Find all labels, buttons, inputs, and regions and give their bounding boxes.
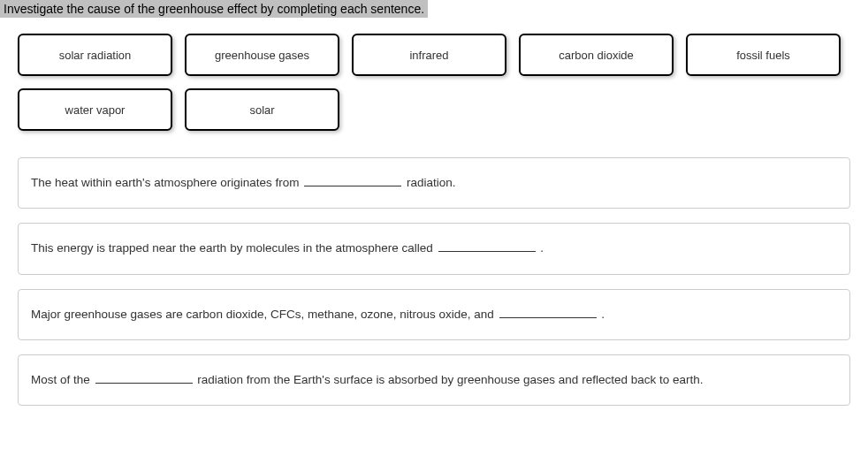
- tile-carbon-dioxide[interactable]: carbon dioxide: [519, 34, 674, 76]
- blank-drop-target[interactable]: [438, 240, 536, 253]
- sentence-text: The heat within earth's atmosphere origi…: [31, 176, 302, 189]
- sentences-container: The heat within earth's atmosphere origi…: [0, 157, 868, 406]
- blank-drop-target[interactable]: [304, 175, 401, 187]
- tile-solar-radiation[interactable]: solar radiation: [18, 34, 172, 76]
- sentence-text: radiation.: [403, 176, 455, 189]
- sentence-text: This energy is trapped near the earth by…: [31, 241, 437, 255]
- instruction-text: Investigate the cause of the greenhouse …: [0, 0, 428, 18]
- blank-drop-target[interactable]: [95, 371, 193, 384]
- tile-water-vapor[interactable]: water vapor: [18, 88, 172, 131]
- sentence-4[interactable]: Most of the radiation from the Earth's s…: [18, 354, 850, 406]
- sentence-text: .: [537, 241, 544, 255]
- tile-solar[interactable]: solar: [185, 88, 339, 131]
- tile-greenhouse-gases[interactable]: greenhouse gases: [185, 34, 339, 76]
- draggable-tiles-container: solar radiation greenhouse gases infrare…: [0, 34, 868, 157]
- sentence-text: radiation from the Earth's surface is ab…: [194, 373, 704, 386]
- tile-fossil-fuels[interactable]: fossil fuels: [686, 34, 841, 76]
- sentence-text: Major greenhouse gases are carbon dioxid…: [31, 308, 498, 321]
- sentence-text: Most of the: [31, 373, 94, 386]
- sentence-3[interactable]: Major greenhouse gases are carbon dioxid…: [18, 289, 850, 340]
- sentence-2[interactable]: This energy is trapped near the earth by…: [18, 223, 850, 274]
- sentence-text: .: [598, 308, 605, 321]
- tile-infrared[interactable]: infrared: [352, 34, 506, 76]
- blank-drop-target[interactable]: [499, 306, 597, 318]
- sentence-1[interactable]: The heat within earth's atmosphere origi…: [18, 157, 850, 209]
